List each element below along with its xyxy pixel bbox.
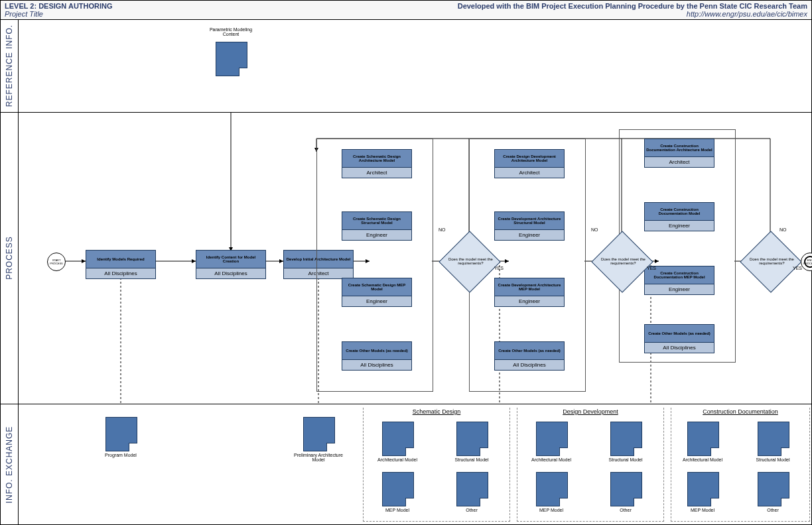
sd-doc-other bbox=[456, 472, 488, 506]
group-sd-title: Schematic Design bbox=[364, 407, 509, 416]
header-subtitle: Project Title bbox=[5, 10, 113, 18]
group-dd: Design Development Architectural Model S… bbox=[517, 408, 664, 522]
header-title: LEVEL 2: DESIGN AUTHORING bbox=[5, 2, 113, 10]
cd-other: Create Other Models (as needed)All Disci… bbox=[644, 324, 714, 353]
dd-arch: Create Design Development Architecture M… bbox=[494, 149, 565, 178]
cd-arch: Create Construction Documentation Archit… bbox=[644, 139, 714, 168]
box-identify-content: Identify Content for Model CreationAll D… bbox=[196, 250, 266, 279]
cd-doc-arch bbox=[687, 422, 719, 456]
ref-doc-icon bbox=[216, 42, 247, 76]
sd-doc-arch bbox=[382, 422, 414, 456]
dd-other: Create Other Models (as needed)All Disci… bbox=[494, 341, 565, 371]
lane-reference: Parametric Modeling Content bbox=[18, 19, 811, 113]
decision-3: Does the model meet the requirements? bbox=[740, 231, 801, 292]
sd-other: Create Other Models (as needed)All Disci… bbox=[342, 341, 412, 371]
cd-struct: Create Construction Documentation ModelE… bbox=[644, 202, 714, 231]
no-2: NO bbox=[591, 227, 598, 232]
yes-1: YES bbox=[494, 266, 504, 270]
dd-struct: Create Development Architecture Structur… bbox=[494, 211, 565, 241]
lane-label-ref: REFERENCE INFO. bbox=[1, 19, 19, 113]
dd-doc-mep bbox=[536, 472, 568, 506]
group-sd: Schematic Design Architectural Model Str… bbox=[363, 408, 510, 522]
sd-mep: Create Schematic Design MEP ModelEnginee… bbox=[342, 278, 412, 307]
doc-prelim bbox=[303, 417, 335, 451]
dd-mep: Create Development Architecture MEP Mode… bbox=[494, 278, 565, 307]
start-terminator: START PROCESS bbox=[47, 253, 66, 271]
doc-program-label: Program Model bbox=[91, 453, 151, 457]
cd-doc-struct bbox=[758, 422, 789, 456]
dd-doc-arch bbox=[536, 422, 568, 456]
no-3: NO bbox=[779, 227, 787, 232]
no-1: NO bbox=[439, 227, 446, 232]
yes-2: YES bbox=[647, 266, 656, 270]
group-cd: Construction Documentation Architectural… bbox=[671, 408, 810, 522]
lane-info: Program Model Preliminary Architecture M… bbox=[18, 404, 811, 525]
cd-doc-mep bbox=[687, 472, 719, 506]
sd-arch: Create Schematic Design Architecture Mod… bbox=[342, 149, 412, 178]
doc-program bbox=[105, 417, 137, 451]
yes-3: YES bbox=[793, 266, 802, 270]
lane-process: START PROCESS Identify Models RequiredAl… bbox=[18, 112, 811, 404]
page: LEVEL 2: DESIGN AUTHORING Project Title … bbox=[0, 0, 812, 525]
sd-doc-struct bbox=[456, 422, 488, 456]
lane-label-proc: PROCESS bbox=[1, 112, 19, 404]
dd-doc-other bbox=[610, 472, 642, 506]
group-cd-title: Construction Documentation bbox=[671, 407, 809, 416]
group-dd-title: Design Development bbox=[517, 407, 663, 416]
header: LEVEL 2: DESIGN AUTHORING Project Title … bbox=[1, 1, 811, 20]
end-terminator: END PROCESS bbox=[801, 253, 812, 271]
box-identify-models: Identify Models RequiredAll Disciplines bbox=[86, 250, 156, 279]
ref-doc-label: Parametric Modeling Content bbox=[201, 27, 261, 36]
doc-prelim-label: Preliminary Architecture Model bbox=[289, 453, 348, 462]
dd-doc-struct bbox=[610, 422, 642, 456]
cd-doc-other bbox=[758, 472, 789, 506]
header-url: http://www.engr/psu.edu/ae/cic/bimex bbox=[458, 10, 807, 18]
lane-label-info: INFO. EXCHANGE bbox=[1, 404, 19, 525]
swimlanes: REFERENCE INFO. PROCESS INFO. EXCHANGE P… bbox=[1, 19, 811, 524]
header-credit: Developed with the BIM Project Execution… bbox=[458, 2, 807, 10]
sd-struct: Create Schematic Design Structural Model… bbox=[342, 211, 412, 241]
sd-doc-mep bbox=[382, 472, 414, 506]
